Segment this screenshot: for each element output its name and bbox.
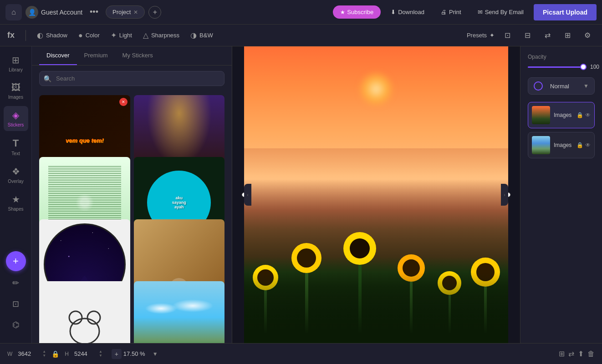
sidebar-left: ⊞ Library 🖼 Images ◈ Stickers T Text ❖ O… [0,46,32,343]
more-options-button[interactable]: ••• [86,5,102,19]
color-label: Color [86,32,100,39]
top-bar-left: ⌂ 👤 Guest Account ••• Project ✕ + [5,4,329,20]
tab-discover[interactable]: Discover [39,46,77,65]
tab-premium[interactable]: Premium [77,46,115,65]
layer-lock-icon-2[interactable]: 🔒 [576,142,583,148]
color-tool[interactable]: ● Color [78,31,100,40]
print-label: Print [449,9,461,15]
layer-card[interactable]: Images 🔒 👁 [528,102,595,128]
sticker-tabs: Discover Premium My Stickers [32,46,232,66]
light-tool[interactable]: ✦ Light [111,31,132,40]
canvas-container[interactable]: ‹ › [244,46,508,343]
guest-avatar: 👤 [26,6,38,19]
subscribe-button[interactable]: Subscribe [333,5,381,19]
height-up-arrow[interactable]: ▲ [99,350,102,354]
blend-mode-dropdown[interactable]: Normal ▼ [528,77,595,95]
settings-icon-button[interactable]: ⚙ [580,28,595,43]
sidebar-bottom: + ✏ ⊡ ⌬ [6,251,26,339]
bottom-bar: W ▲ ▼ 🔒 H ▲ ▼ + 17.50 % ▼ ⊞ ⇄ ⬆ 🗑 [0,343,602,364]
sidebar-item-stickers[interactable]: ◈ Stickers [4,106,28,131]
width-arrows: ▲ ▼ [42,350,46,358]
collapse-right-panel[interactable]: › [501,184,508,206]
layer-visibility-icon-2[interactable]: 👁 [585,142,591,148]
width-field[interactable] [18,350,41,357]
presets-tool[interactable]: Presets ✦ [467,32,495,39]
canvas-area: ‹ › [232,46,520,343]
top-bar: ⌂ 👤 Guest Account ••• Project ✕ + Subscr… [0,0,602,25]
ground-overlay [244,272,508,343]
width-up-arrow[interactable]: ▲ [42,350,46,354]
send-email-button[interactable]: ✉ Send By Email [471,5,530,19]
flip-icon-button[interactable]: ⇄ [540,28,555,43]
height-down-arrow[interactable]: ▼ [99,354,102,358]
canvas-image [244,46,508,343]
presets-icon: ✦ [490,32,495,39]
light-label: Light [119,32,132,39]
download-label: Download [398,9,424,15]
crop-icon-button[interactable]: ⊡ [500,28,515,43]
trash-icon[interactable]: 🗑 [587,350,595,358]
zoom-value: 17.50 % [123,350,151,357]
bw-label: B&W [199,32,213,39]
opacity-value: 100 [590,64,601,70]
tab-my-stickers[interactable]: My Stickers [115,46,160,65]
grid-view-icon[interactable]: ⊞ [559,349,565,358]
transform-icon[interactable]: ⇄ [568,349,574,358]
bottom-right: ⊞ ⇄ ⬆ 🗑 [559,349,595,358]
chevron-down-icon: ▼ [583,83,589,89]
pencil-button[interactable]: ✏ [7,274,25,292]
sidebar-item-images[interactable]: 🖼 Images [4,79,28,103]
picsart-upload-button[interactable]: Picsart Upload [534,4,597,20]
project-tab[interactable]: Project ✕ [106,5,145,19]
resize-icon-button[interactable]: ⊟ [520,28,535,43]
print-button[interactable]: 🖨 Print [434,5,468,19]
layout-icon-button[interactable]: ⊞ [560,28,575,43]
guest-account-button[interactable]: 👤 Guest Account [26,6,82,19]
zoom-unit: % [140,350,145,357]
download-button[interactable]: ⬇ Download [384,5,431,19]
width-down-arrow[interactable]: ▼ [42,354,46,358]
sidebar-label-stickers: Stickers [8,122,24,127]
opacity-slider[interactable] [528,66,587,68]
add-tab-button[interactable]: + [148,6,161,19]
color-icon: ● [78,31,83,40]
fx-button[interactable]: fx [7,30,15,40]
tab-premium-label: Premium [84,52,108,59]
sidebar-item-library[interactable]: ⊞ Library [4,51,28,76]
text-icon: T [13,137,19,149]
zoom-number: 17.50 [123,350,138,357]
layer-icons-1: 🔒 👁 [576,112,591,118]
width-input: ▲ ▼ [18,350,46,358]
bw-tool[interactable]: ◑ B&W [190,31,213,40]
sidebar-item-shapes[interactable]: ★ Shapes [4,190,28,215]
home-button[interactable]: ⌂ [5,4,22,20]
layer-lock-icon[interactable]: 🔒 [576,112,583,118]
blend-left: Normal [534,81,569,91]
sidebar-item-text[interactable]: T Text [4,134,28,160]
sticker-search-area: 🔍 [32,66,232,91]
sidebar-label-images: Images [8,95,23,100]
shadow-tool[interactable]: ◐ Shadow [37,31,67,40]
layer-visibility-icon[interactable]: 👁 [585,112,591,118]
main-area: ⊞ Library 🖼 Images ◈ Stickers T Text ❖ O… [0,46,602,343]
close-tab-icon[interactable]: ✕ [133,9,138,15]
zoom-expand-icon[interactable]: ▼ [153,351,158,357]
layer-card[interactable]: Images 🔒 👁 [528,132,595,158]
search-input[interactable] [39,71,224,86]
draw-button[interactable]: ⌬ [7,316,25,334]
sharpness-icon: △ [143,31,148,40]
list-item[interactable] [134,281,225,343]
collapse-left-panel[interactable]: ‹ [244,184,251,206]
add-element-button[interactable]: + [6,251,26,271]
height-field[interactable] [74,350,97,357]
library-icon: ⊞ [12,55,20,66]
sharpness-tool[interactable]: △ Sharpness [143,31,179,40]
dimension-lock-icon[interactable]: 🔒 [51,350,59,358]
share-icon[interactable]: ⬆ [578,349,584,358]
list-item[interactable] [39,281,130,343]
sticker-grid: ✕ vem que tem! akusayangayah [32,91,232,343]
zoom-add-button[interactable]: + [112,349,122,359]
crop-button[interactable]: ⊡ [7,295,25,313]
sidebar-label-text: Text [11,151,20,156]
sidebar-item-overlay[interactable]: ❖ Overlay [4,162,28,187]
